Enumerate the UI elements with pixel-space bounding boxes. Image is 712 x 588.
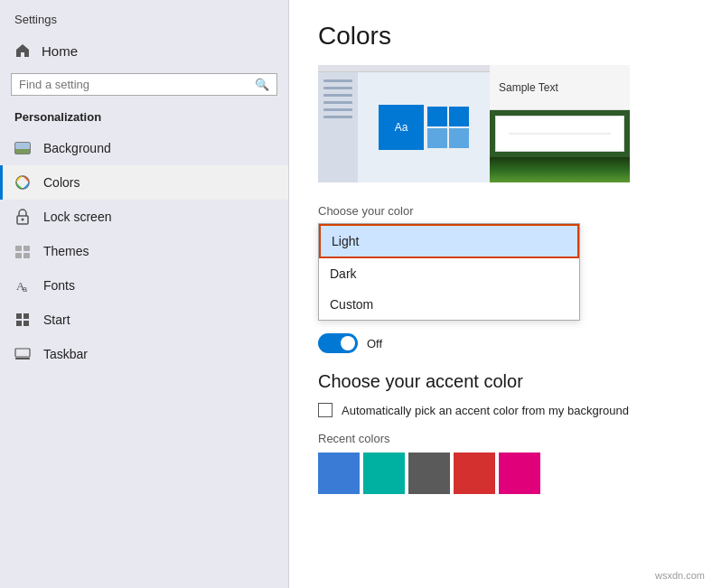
sidebar: Settings Home 🔍 Personalization Backgrou… — [0, 0, 289, 588]
swatch-teal[interactable] — [363, 453, 405, 494]
watermark: wsxdn.com — [655, 570, 705, 581]
sidebar-item-label: Colors — [43, 175, 80, 190]
sidebar-item-label: Fonts — [43, 278, 75, 293]
swatch-gray[interactable] — [408, 453, 450, 494]
sidebar-item-lock-screen[interactable]: Lock screen — [0, 200, 288, 234]
home-icon — [14, 42, 31, 59]
sidebar-item-background[interactable]: Background — [0, 131, 288, 165]
dropdown-option-custom[interactable]: Custom — [319, 289, 579, 320]
auto-accent-checkbox[interactable] — [318, 403, 333, 417]
svg-rect-14 — [16, 321, 22, 326]
preview-area: Aa Sample Text — [318, 65, 683, 182]
search-box[interactable]: 🔍 — [11, 73, 277, 96]
sidebar-home-button[interactable]: Home — [0, 33, 288, 68]
choose-color-label: Choose your color — [318, 204, 683, 218]
toggle-switch[interactable] — [318, 333, 358, 353]
main-content: Colors Aa — [289, 0, 712, 588]
color-dropdown[interactable]: Light Dark Custom — [318, 223, 580, 321]
auto-accent-label: Automatically pick an accent color from … — [342, 404, 629, 417]
svg-text:a: a — [23, 285, 27, 294]
svg-rect-17 — [15, 358, 30, 359]
sidebar-item-label: Background — [43, 141, 111, 155]
svg-rect-13 — [23, 313, 29, 319]
toggle-label: Off — [367, 337, 382, 350]
preview-tile-aa: Aa — [379, 105, 424, 150]
svg-rect-8 — [15, 253, 22, 258]
color-swatches — [318, 453, 683, 494]
sidebar-item-fonts[interactable]: A a Fonts — [0, 268, 288, 303]
svg-point-5 — [22, 219, 24, 221]
dropdown-open[interactable]: Light Dark Custom — [318, 223, 580, 321]
swatch-red[interactable] — [454, 453, 495, 494]
sidebar-item-themes[interactable]: Themes — [0, 234, 288, 268]
svg-rect-7 — [23, 246, 30, 251]
toggle-row: Off — [318, 333, 683, 353]
preview-sample-text: Sample Text — [490, 65, 630, 110]
svg-rect-15 — [23, 321, 29, 326]
start-icon — [14, 312, 31, 328]
fonts-icon: A a — [14, 277, 31, 294]
auto-accent-checkbox-row: Automatically pick an accent color from … — [318, 403, 683, 417]
svg-rect-12 — [16, 313, 22, 319]
lock-icon — [14, 209, 31, 225]
background-icon — [14, 140, 31, 156]
sidebar-item-label: Themes — [43, 244, 89, 258]
svg-rect-1 — [15, 143, 30, 149]
toggle-knob — [341, 336, 355, 350]
search-input[interactable] — [19, 78, 249, 91]
recent-colors-label: Recent colors — [318, 432, 683, 445]
swatch-pink[interactable] — [499, 453, 540, 494]
preview-light: Aa — [318, 65, 490, 182]
sidebar-item-label: Taskbar — [43, 347, 88, 361]
sidebar-item-start[interactable]: Start — [0, 303, 288, 337]
window-title: Settings — [0, 9, 288, 33]
taskbar-icon — [14, 346, 31, 362]
colors-icon — [14, 174, 31, 191]
svg-rect-9 — [23, 253, 30, 258]
svg-rect-16 — [15, 349, 30, 357]
sidebar-section-label: Personalization — [0, 105, 288, 131]
sidebar-item-colors[interactable]: Colors — [0, 165, 288, 200]
themes-icon — [14, 243, 31, 259]
page-title: Colors — [318, 22, 683, 51]
svg-rect-2 — [15, 149, 30, 154]
accent-section-title: Choose your accent color — [318, 371, 683, 392]
preview-dark: Sample Text — [490, 65, 630, 182]
sidebar-item-label: Start — [43, 313, 70, 327]
sidebar-item-label: Lock screen — [43, 210, 111, 224]
dropdown-option-light[interactable]: Light — [319, 224, 579, 258]
sidebar-item-taskbar[interactable]: Taskbar — [0, 337, 288, 371]
search-icon: 🔍 — [255, 78, 269, 91]
home-label: Home — [42, 43, 78, 59]
svg-rect-6 — [15, 246, 22, 251]
swatch-blue[interactable] — [318, 453, 360, 494]
dropdown-option-dark[interactable]: Dark — [319, 258, 579, 289]
